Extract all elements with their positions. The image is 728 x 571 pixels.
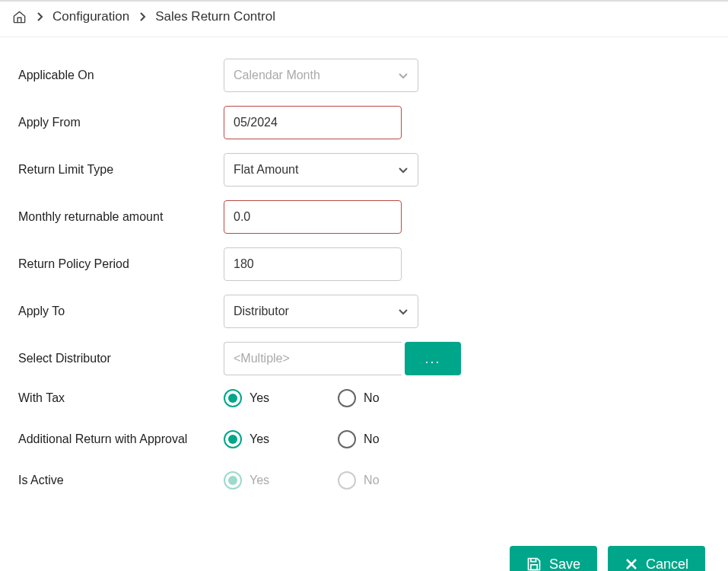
additional-return-label: Additional Return with Approval (18, 432, 224, 446)
apply-to-label: Apply To (18, 305, 224, 318)
apply-from-value: 05/2024 (234, 116, 278, 129)
additional-return-no-label: No (364, 432, 379, 446)
return-limit-type-value: Flat Amount (234, 163, 298, 177)
breadcrumb: Configuration Sales Return Control (0, 2, 728, 37)
chevron-down-icon (398, 305, 409, 318)
with-tax-yes-radio[interactable]: Yes (224, 389, 269, 407)
select-distributor-label: Select Distributor (18, 352, 224, 365)
is-active-yes-label: Yes (250, 474, 269, 487)
with-tax-yes-label: Yes (250, 391, 269, 405)
save-button-label: Save (549, 557, 580, 572)
return-policy-period-input[interactable]: 180 (224, 247, 402, 281)
radio-icon (338, 389, 356, 407)
additional-return-yes-label: Yes (250, 432, 269, 446)
ellipsis-icon: ... (424, 351, 440, 367)
cancel-button-label: Cancel (646, 557, 688, 572)
select-distributor-lookup-button[interactable]: ... (405, 342, 461, 375)
chevron-down-icon (398, 69, 409, 82)
is-active-no-label: No (364, 474, 379, 487)
breadcrumb-item-sales-return-control[interactable]: Sales Return Control (155, 9, 275, 24)
radio-icon (224, 471, 242, 490)
monthly-returnable-value: 0.0 (234, 210, 250, 224)
return-limit-type-label: Return Limit Type (18, 163, 224, 177)
radio-icon (338, 471, 356, 490)
radio-icon (338, 430, 356, 448)
breadcrumb-item-configuration[interactable]: Configuration (52, 9, 129, 24)
monthly-returnable-label: Monthly returnable amount (18, 210, 224, 224)
chevron-right-icon (36, 11, 43, 22)
with-tax-label: With Tax (18, 391, 224, 405)
return-policy-period-value: 180 (234, 257, 254, 271)
select-distributor-input[interactable]: <Multiple> (224, 342, 402, 375)
with-tax-no-radio[interactable]: No (338, 389, 379, 407)
additional-return-yes-radio[interactable]: Yes (224, 430, 269, 448)
select-distributor-placeholder: <Multiple> (234, 352, 290, 365)
home-icon[interactable] (12, 10, 27, 24)
chevron-right-icon (138, 11, 146, 22)
apply-to-value: Distributor (234, 305, 289, 318)
save-icon (526, 557, 542, 571)
return-limit-type-select[interactable]: Flat Amount (224, 153, 418, 187)
save-button[interactable]: Save (510, 546, 597, 571)
applicable-on-select[interactable]: Calendar Month (224, 59, 418, 92)
with-tax-no-label: No (364, 391, 379, 405)
return-policy-period-label: Return Policy Period (18, 257, 224, 271)
svg-rect-0 (531, 565, 537, 570)
additional-return-no-radio[interactable]: No (338, 430, 379, 448)
applicable-on-label: Applicable On (18, 69, 224, 82)
is-active-yes-radio: Yes (224, 471, 269, 490)
apply-from-input[interactable]: 05/2024 (224, 106, 402, 139)
is-active-label: Is Active (18, 474, 224, 487)
cancel-button[interactable]: Cancel (608, 546, 705, 571)
apply-from-label: Apply From (18, 116, 224, 129)
apply-to-select[interactable]: Distributor (224, 295, 418, 328)
close-icon (625, 557, 638, 571)
chevron-down-icon (398, 163, 409, 177)
radio-icon (224, 430, 242, 448)
is-active-no-radio: No (338, 471, 379, 490)
applicable-on-value: Calendar Month (234, 69, 320, 82)
monthly-returnable-input[interactable]: 0.0 (224, 200, 402, 234)
radio-icon (224, 389, 242, 407)
